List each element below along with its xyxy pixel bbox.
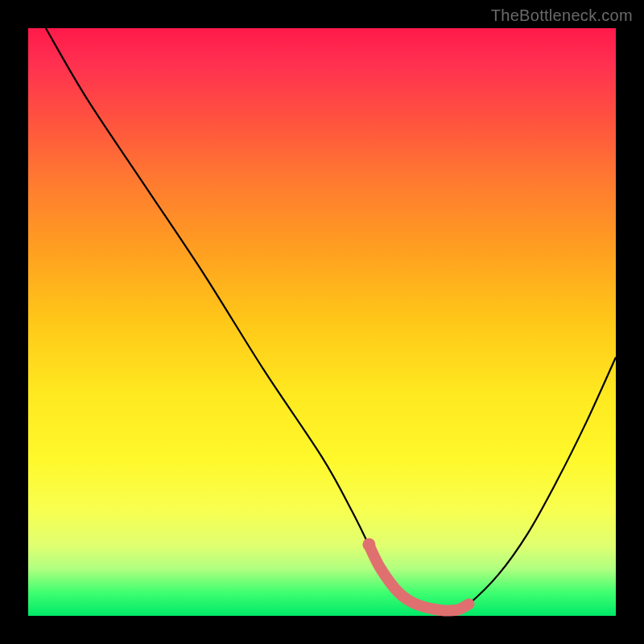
curve-svg	[28, 28, 616, 616]
optimal-range-marker	[369, 545, 469, 610]
watermark-text: TheBottleneck.com	[491, 6, 633, 25]
bottleneck-curve-line	[46, 28, 616, 611]
optimal-start-dot	[362, 538, 375, 551]
plot-area	[28, 28, 616, 616]
chart-container: TheBottleneck.com	[0, 0, 644, 644]
